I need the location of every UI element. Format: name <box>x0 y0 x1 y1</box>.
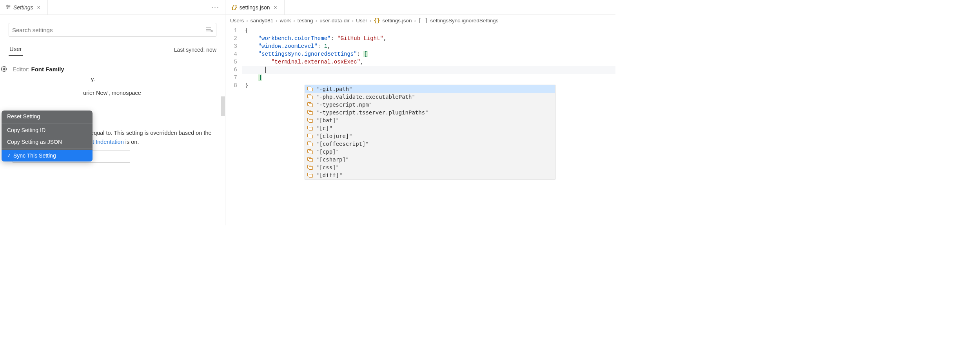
enum-icon <box>307 134 313 138</box>
json-icon: {} <box>231 4 237 10</box>
suggest-item[interactable]: "[csharp]" <box>305 156 555 163</box>
svg-point-11 <box>3 68 5 70</box>
setting-context-menu: Reset Setting Copy Setting ID Copy Setti… <box>2 111 93 161</box>
tab-settings-label: Settings <box>13 4 33 11</box>
ctx-sync-this-setting[interactable]: ✓ Sync This Setting <box>2 150 93 161</box>
ctx-separator <box>2 149 93 149</box>
code-editor[interactable]: 1234 5678 { "workbench.colorTheme": "Git… <box>225 26 615 225</box>
crumb-user[interactable]: User <box>356 18 367 24</box>
crumb-sandy081[interactable]: sandy081 <box>250 18 274 24</box>
enum-icon <box>307 118 313 123</box>
tab-settings[interactable]: Settings × <box>0 0 48 15</box>
enum-icon <box>307 173 313 178</box>
breadcrumb: Users› sandy081› work› testing› user-dat… <box>225 15 615 26</box>
last-synced-label: Last synced: now <box>174 47 216 53</box>
clear-search-icon[interactable] <box>206 27 213 33</box>
crumb-node[interactable]: settingsSync.ignoredSettings <box>430 18 498 24</box>
json-icon: {} <box>374 17 380 24</box>
check-icon: ✓ <box>7 153 11 158</box>
search-settings-input-wrap[interactable] <box>9 23 216 37</box>
suggest-item[interactable]: "-git.path" <box>305 85 555 93</box>
tab-more-actions[interactable]: ··· <box>206 3 225 11</box>
crumb-users[interactable]: Users <box>230 18 244 24</box>
suggest-item[interactable]: "[cpp]" <box>305 148 555 156</box>
suggest-item[interactable]: "[clojure]" <box>305 132 555 140</box>
close-icon[interactable]: × <box>272 4 278 11</box>
enum-icon <box>307 87 313 91</box>
suggest-widget: "-git.path" "-php.validate.executablePat… <box>305 85 555 180</box>
setting-title-font-family: Editor: Font Family <box>13 66 216 73</box>
suggest-item[interactable]: "[c]" <box>305 124 555 132</box>
tab-settings-json-label: settings.json <box>240 4 270 11</box>
gear-icon[interactable] <box>1 66 7 73</box>
crumb-testing[interactable]: testing <box>298 18 313 24</box>
suggest-item[interactable]: "[css]" <box>305 163 555 171</box>
crumb-file[interactable]: settings.json <box>382 18 412 24</box>
enum-icon <box>307 149 313 154</box>
settings-icon <box>5 4 11 11</box>
suggest-item[interactable]: "-typescript.tsserver.pluginPaths" <box>305 109 555 116</box>
suggest-item[interactable]: "-typescript.npm" <box>305 101 555 109</box>
enum-icon <box>307 157 313 162</box>
tab-settings-json[interactable]: {} settings.json × <box>225 0 285 15</box>
text-cursor <box>265 67 266 73</box>
right-tab-row: {} settings.json × <box>225 0 615 15</box>
svg-point-5 <box>7 7 8 8</box>
svg-point-4 <box>9 6 9 7</box>
left-tab-row: Settings × ··· <box>0 0 225 15</box>
ctx-copy-setting-json[interactable]: Copy Setting as JSON <box>2 136 93 148</box>
close-icon[interactable]: × <box>36 4 42 11</box>
enum-icon <box>307 141 313 146</box>
enum-icon <box>307 110 313 115</box>
enum-icon <box>307 165 313 170</box>
svg-point-3 <box>7 5 7 5</box>
suggest-item[interactable]: "[diff]" <box>305 171 555 179</box>
ctx-copy-setting-id[interactable]: Copy Setting ID <box>2 124 93 136</box>
array-icon: [ ] <box>418 17 428 24</box>
ctx-reset-setting[interactable]: Reset Setting <box>2 111 93 122</box>
ctx-separator <box>2 123 93 123</box>
suggest-item[interactable]: "[bat]" <box>305 116 555 124</box>
setting-desc-font-family: y. <box>91 75 216 83</box>
crumb-user-data-dir[interactable]: user-data-dir <box>319 18 350 24</box>
enum-icon <box>307 126 313 131</box>
crumb-work[interactable]: work <box>280 18 291 24</box>
setting-value-font-family: urier New', monospace <box>83 90 216 96</box>
suggest-item[interactable]: "[coffeescript]" <box>305 140 555 148</box>
scope-tab-user[interactable]: User <box>9 44 23 56</box>
enum-icon <box>307 94 313 99</box>
enum-icon <box>307 102 313 107</box>
suggest-item[interactable]: "-php.validate.executablePath" <box>305 93 555 101</box>
gutter: 1234 5678 <box>225 26 242 225</box>
search-settings-input[interactable] <box>12 27 206 33</box>
scrollbar-thumb[interactable] <box>221 96 225 116</box>
